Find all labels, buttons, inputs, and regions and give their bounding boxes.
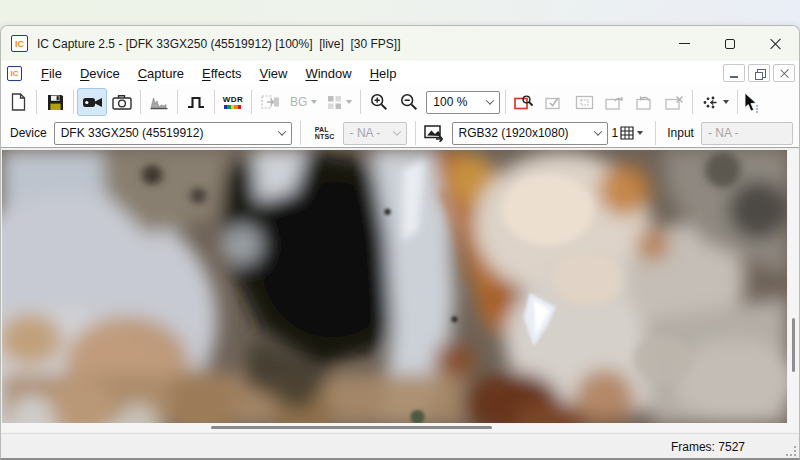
roi-zoom-icon (514, 94, 534, 110)
roi-center-button[interactable] (569, 88, 599, 116)
live-video-frame (2, 150, 787, 424)
zoom-in-icon (370, 93, 388, 111)
new-document-icon (10, 93, 26, 111)
device-properties-dropdown[interactable] (696, 88, 734, 116)
mouse-pointer-icon (743, 92, 759, 113)
roi-delete-button[interactable] (659, 88, 689, 116)
video-norm-combo: - NA - (343, 122, 407, 145)
roi-restore-icon (605, 95, 624, 110)
binning-grid-icon (620, 126, 634, 140)
minimize-icon (679, 43, 690, 44)
binning-dropdown[interactable]: 1 (612, 126, 644, 140)
mdi-child-icon: IC (7, 66, 22, 81)
status-bar: Frames: 7527 (1, 433, 799, 459)
zoom-level-combo[interactable]: 100 % (426, 91, 500, 114)
menu-file[interactable]: File (32, 64, 71, 83)
fit-image-button[interactable] (255, 88, 285, 116)
video-camera-icon (82, 95, 103, 110)
histogram-button[interactable] (144, 88, 174, 116)
roi-delete-icon (665, 95, 684, 110)
new-document-button[interactable] (3, 88, 33, 116)
horizontal-scrollbar-thumb[interactable] (211, 426, 492, 429)
bg-label: BG (290, 95, 307, 109)
layout-dropdown[interactable] (322, 88, 357, 116)
vertical-scrollbar[interactable] (788, 150, 799, 424)
title-bar: IC IC Capture 2.5 - [DFK 33GX250 (455199… (1, 26, 799, 61)
menu-window[interactable]: Window (296, 64, 360, 83)
main-toolbar: WDR BG 100 % (1, 85, 799, 119)
menu-effects[interactable]: Effects (193, 64, 251, 83)
video-format-combo[interactable]: RGB32 (1920x1080) (452, 122, 608, 145)
menu-device[interactable]: Device (71, 64, 129, 83)
trigger-pulse-icon (187, 96, 205, 109)
photo-camera-icon (112, 94, 132, 110)
menu-capture[interactable]: Capture (129, 64, 193, 83)
live-display-toggle-button[interactable] (77, 88, 107, 116)
menu-help[interactable]: Help (361, 64, 406, 83)
minimize-button[interactable] (661, 26, 707, 61)
mdi-minimize-icon (730, 76, 738, 78)
ntsc-text: NTSC (315, 133, 335, 140)
dropdown-arrow-icon (637, 131, 643, 135)
save-button[interactable] (40, 88, 70, 116)
wdr-rainbow-icon (224, 105, 241, 109)
video-norm-value: - NA - (350, 126, 381, 140)
roi-apply-button[interactable] (539, 88, 569, 116)
maximize-button[interactable] (707, 26, 753, 61)
roi-undo-icon (635, 95, 654, 110)
profile-path-icon (701, 95, 719, 110)
video-format-icon (424, 125, 446, 142)
zoom-out-icon (400, 93, 418, 111)
close-button[interactable] (753, 26, 799, 61)
mdi-minimize-button[interactable] (723, 64, 745, 82)
mdi-restore-button[interactable] (748, 64, 770, 82)
zoom-out-button[interactable] (394, 88, 424, 116)
chevron-down-icon (593, 127, 601, 135)
histogram-icon (150, 95, 168, 110)
menu-view[interactable]: View (251, 64, 297, 83)
zoom-in-button[interactable] (364, 88, 394, 116)
chevron-down-icon (486, 96, 494, 104)
roi-zoom-select-button[interactable] (509, 88, 539, 116)
resize-grip[interactable] (786, 446, 796, 456)
roi-restore-button[interactable] (599, 88, 629, 116)
zoom-level-value: 100 % (433, 95, 467, 109)
dropdown-arrow-icon (346, 100, 352, 104)
wdr-button[interactable]: WDR (218, 88, 248, 116)
input-label: Input (667, 126, 694, 140)
input-combo-value: - NA - (708, 126, 739, 140)
live-video-viewport (1, 147, 799, 433)
horizontal-scrollbar[interactable] (1, 423, 799, 432)
app-icon: IC (11, 35, 28, 52)
video-norm-icon: PAL NTSC (315, 126, 335, 140)
wdr-label: WDR (223, 96, 244, 104)
mdi-close-button[interactable] (773, 64, 795, 82)
mdi-restore-icon (755, 69, 764, 78)
input-combo: - NA - (701, 122, 793, 145)
mineral-specimen-image (2, 150, 787, 424)
mdi-close-icon (780, 69, 789, 78)
roi-center-icon (575, 95, 594, 110)
frames-counter: Frames: 7527 (671, 440, 745, 454)
background-color-dropdown[interactable]: BG (285, 88, 322, 116)
dropdown-arrow-icon (311, 100, 317, 104)
app-window: IC IC Capture 2.5 - [DFK 33GX250 (455199… (0, 25, 800, 460)
snap-image-button[interactable] (107, 88, 137, 116)
maximize-icon (725, 39, 735, 49)
save-icon (47, 94, 64, 111)
device-combo-value: DFK 33GX250 (45519912) (61, 126, 204, 140)
video-format-value: RGB32 (1920x1080) (459, 126, 569, 140)
layout-grid-icon (327, 95, 342, 110)
roi-undo-button[interactable] (629, 88, 659, 116)
close-icon (770, 38, 782, 50)
trigger-mode-button[interactable] (181, 88, 211, 116)
device-bar: Device DFK 33GX250 (45519912) PAL NTSC -… (1, 119, 799, 147)
dropdown-arrow-icon (723, 100, 729, 104)
fit-image-icon (261, 94, 280, 110)
mouse-cursor (743, 92, 759, 113)
device-label: Device (10, 126, 47, 140)
device-combo[interactable]: DFK 33GX250 (45519912) (54, 122, 292, 145)
menu-bar: IC File Device Capture Effects View Wind… (1, 61, 799, 85)
vertical-scrollbar-thumb[interactable] (792, 318, 795, 372)
chevron-down-icon (277, 127, 285, 135)
